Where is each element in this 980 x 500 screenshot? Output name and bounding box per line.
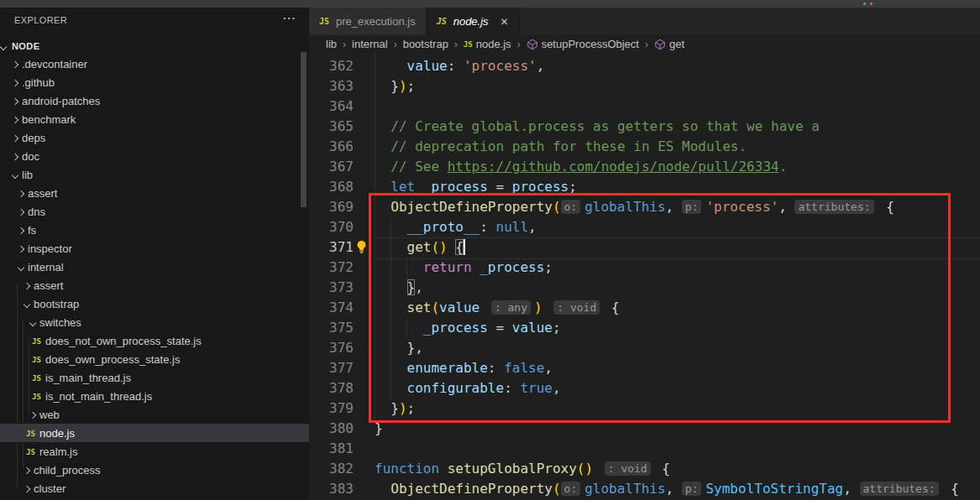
tree-item-does-not-own-process-state-js[interactable]: JSdoes_not_own_process_state.js <box>0 331 309 350</box>
tree-item--github[interactable]: .github <box>0 73 309 91</box>
code-line-366[interactable]: 366 // deprecation path for these in ES … <box>309 137 980 157</box>
chevron-right-icon[interactable] <box>8 55 22 73</box>
chevron-glyph <box>12 61 18 68</box>
chevron-glyph <box>18 209 24 216</box>
chevron-down-icon[interactable] <box>14 258 28 276</box>
code-line-367[interactable]: 367 // See https://github.com/nodejs/nod… <box>309 157 980 177</box>
chevron-right-icon[interactable] <box>14 202 28 221</box>
breadcrumb-item-get[interactable]: get <box>654 38 684 50</box>
tree-item--devcontainer[interactable]: .devcontainer <box>0 55 309 73</box>
breadcrumb-item-node-js[interactable]: JSnode.js <box>464 38 511 50</box>
tree-item-dns[interactable]: dns <box>0 202 309 221</box>
line-number: 362 <box>309 56 354 76</box>
symbol-cube-icon <box>527 39 538 50</box>
tree-item-assert[interactable]: assert <box>0 276 309 294</box>
glyph-margin <box>354 298 375 318</box>
tree-item-switches[interactable]: switches <box>0 313 309 331</box>
code-token: globalThis <box>584 199 665 215</box>
code-line-379[interactable]: 379 }); <box>309 398 980 419</box>
tree-item-assert[interactable]: assert <box>0 184 309 202</box>
code-line-374[interactable]: 374 set(value : any) : void { <box>309 298 980 318</box>
chevron-right-icon[interactable] <box>8 147 22 165</box>
tree-item-does-own-process-state-js[interactable]: JSdoes_own_process_state.js <box>0 350 309 368</box>
code-line-372[interactable]: 372 return _process; <box>309 258 980 278</box>
code-line-363[interactable]: 363 }); <box>309 76 980 96</box>
code-line-370[interactable]: 370 __proto__: null, <box>309 217 980 237</box>
tab-node-js[interactable]: JSnode.js✕ <box>427 8 520 35</box>
chevron-right-icon[interactable] <box>14 239 28 258</box>
tree-item-internal[interactable]: internal <box>0 258 309 276</box>
tree-item-inspector[interactable]: inspector <box>0 239 309 258</box>
tree-item-doc[interactable]: doc <box>0 147 309 165</box>
chevron-right-icon[interactable] <box>14 221 28 239</box>
tree-item-web[interactable]: web <box>0 405 309 424</box>
code-line-365[interactable]: 365 // Create global.process as getters … <box>309 117 980 137</box>
tree-item-cluster[interactable]: cluster <box>0 479 309 497</box>
code-line-382[interactable]: 382function setupGlobalProxy() : void { <box>309 459 980 479</box>
chevron-right-icon[interactable] <box>8 128 22 147</box>
chevron-down-icon[interactable] <box>8 165 22 184</box>
chevron-down-icon[interactable] <box>20 294 34 313</box>
breadcrumb-item-setupprocessobject[interactable]: setupProcessObject <box>527 38 639 50</box>
code-line-377[interactable]: 377 enumerable: false, <box>309 358 980 378</box>
workspace-section-header[interactable]: NODE <box>0 38 309 56</box>
js-file-icon: JS <box>32 369 45 388</box>
glyph-margin <box>354 157 375 177</box>
tree-item-fs[interactable]: fs <box>0 221 309 239</box>
code-line-375[interactable]: 375 _process = value; <box>309 318 980 338</box>
code-editor[interactable]: 361 configurable: false,362 value: 'proc… <box>309 53 980 500</box>
chevron-glyph <box>12 135 18 142</box>
code-token: ( <box>431 299 439 315</box>
tree-item-label: web <box>39 409 60 421</box>
chevron-down-icon[interactable] <box>26 313 39 331</box>
code-token <box>542 299 551 315</box>
tree-item-android-patches[interactable]: android-patches <box>0 91 309 110</box>
tree-item-child-process[interactable]: child_process <box>0 461 309 479</box>
breadcrumb-item-internal[interactable]: internal <box>352 38 388 50</box>
code-line-381[interactable]: 381 <box>309 439 980 459</box>
tree-item-lib[interactable]: lib <box>0 165 309 184</box>
line-number: 364 <box>309 96 354 117</box>
code-token: = <box>488 320 512 336</box>
code-token: ; <box>407 400 416 416</box>
code-line-371[interactable]: 371 get() { <box>309 237 980 258</box>
chevron-right-icon[interactable] <box>8 110 22 128</box>
code-line-369[interactable]: 369 ObjectDefineProperty(o:globalThis, p… <box>309 197 980 217</box>
chevron-right-icon[interactable] <box>20 479 34 497</box>
tree-item-is-not-main-thread-js[interactable]: JSis_not_main_thread.js <box>0 387 309 405</box>
code-line-376[interactable]: 376 }, <box>309 338 980 358</box>
explorer-more-actions-icon[interactable]: ⋯ <box>282 10 296 26</box>
code-line-373[interactable]: 373 }, <box>309 278 980 298</box>
code-token <box>375 299 407 315</box>
chevron-right-icon[interactable] <box>20 461 34 479</box>
code-line-380[interactable]: 380} <box>309 419 980 439</box>
lightbulb-icon[interactable] <box>354 237 375 258</box>
code-token: } <box>375 400 399 416</box>
close-icon[interactable]: ✕ <box>500 16 509 28</box>
title-bar <box>0 0 980 8</box>
tree-item-realm-js[interactable]: JSrealm.js <box>0 442 309 461</box>
code-line-383[interactable]: 383 ObjectDefineProperty(o:globalThis, p… <box>309 479 980 499</box>
tree-item-bootstrap[interactable]: bootstrap <box>0 294 309 313</box>
tree-item-deps[interactable]: deps <box>0 128 309 147</box>
code-token: ; <box>553 320 561 336</box>
code-line-368[interactable]: 368 let _process = process; <box>309 177 980 197</box>
chevron-right-icon[interactable] <box>14 184 28 202</box>
tree-item-node-js[interactable]: JSnode.js <box>0 424 309 442</box>
tree-item-is-main-thread-js[interactable]: JSis_main_thread.js <box>0 368 309 387</box>
breadcrumb-item-bootstrap[interactable]: bootstrap <box>403 38 448 50</box>
code-token <box>439 461 448 477</box>
chevron-right-icon[interactable] <box>20 276 34 294</box>
code-token: }, <box>375 340 423 356</box>
glyph-margin <box>354 378 375 398</box>
code-line-362[interactable]: 362 value: 'process', <box>309 56 980 76</box>
chevron-right-icon[interactable] <box>8 91 22 110</box>
code-line-364[interactable]: 364 <box>309 96 980 117</box>
sidebar-scrollbar[interactable] <box>301 52 307 207</box>
tree-item-benchmark[interactable]: benchmark <box>0 110 309 128</box>
breadcrumb-item-lib[interactable]: lib <box>326 38 337 50</box>
code-line-378[interactable]: 378 configurable: true, <box>309 378 980 398</box>
chevron-right-icon[interactable] <box>26 405 39 424</box>
chevron-right-icon[interactable] <box>8 73 22 91</box>
tab-pre-execution-js[interactable]: JSpre_execution.js <box>309 8 427 35</box>
